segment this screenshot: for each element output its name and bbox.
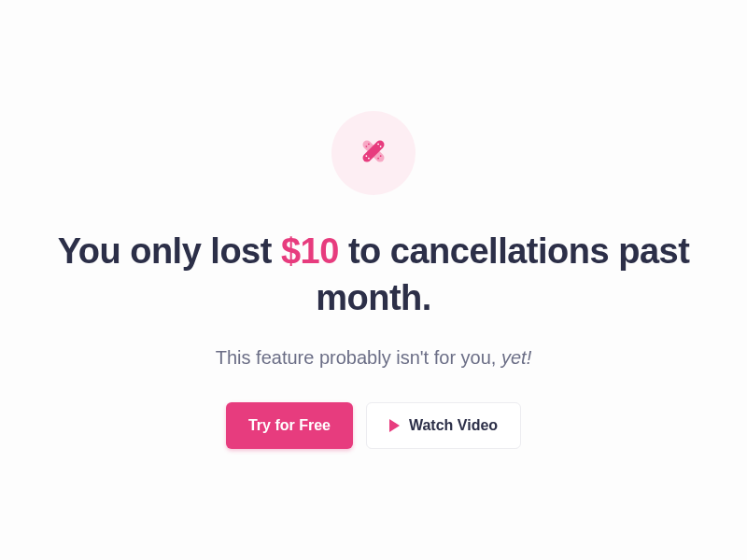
subtext-part1: This feature probably isn't for you, [216, 347, 501, 368]
bandage-cross-icon [357, 134, 390, 172]
watch-video-button[interactable]: Watch Video [366, 402, 521, 449]
headline-part1: You only lost [58, 231, 281, 271]
try-for-free-button[interactable]: Try for Free [226, 402, 353, 449]
button-row: Try for Free Watch Video [226, 402, 521, 449]
headline: You only lost $10 to cancellations past … [37, 229, 710, 321]
subtext: This feature probably isn't for you, yet… [216, 347, 531, 369]
headline-amount: $10 [281, 231, 339, 271]
try-for-free-label: Try for Free [248, 417, 331, 434]
watch-video-label: Watch Video [409, 417, 498, 434]
hero-icon-circle [331, 111, 416, 195]
headline-part2: to cancellations past month. [316, 231, 689, 316]
subtext-emph: yet! [501, 347, 531, 368]
play-icon [389, 419, 400, 432]
